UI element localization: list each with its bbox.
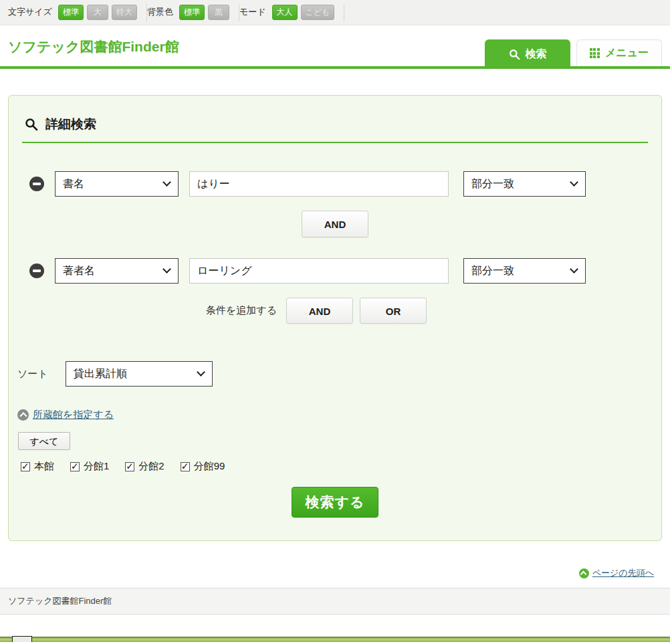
bg-black-button[interactable]: 黒	[208, 5, 229, 19]
page-top-icon	[579, 568, 589, 578]
background-color-label: 背景色	[147, 6, 173, 18]
tab-search[interactable]: 検索	[485, 39, 570, 69]
field-select[interactable]: 著者名	[55, 258, 179, 284]
add-condition-row: 条件を追加する AND OR	[17, 298, 616, 324]
footer: ソフテック図書館Finder館	[0, 588, 670, 615]
page-top-row: ページの先頭へ	[8, 567, 654, 579]
tab-menu[interactable]: メニュー	[576, 39, 662, 66]
condition-row: 著者名 部分一致	[29, 258, 653, 284]
match-type-value: 部分一致	[471, 264, 514, 278]
sort-select-value: 貸出累計順	[74, 367, 127, 381]
search-icon	[509, 49, 520, 60]
mode-group: モード 大人 こども	[239, 5, 344, 19]
and-connector-button[interactable]: AND	[302, 211, 368, 237]
main-content: 詳細検索 書名 部分一致 AND 著者名 部分一致	[0, 69, 670, 579]
panel-title: 詳細検索	[45, 116, 96, 133]
sort-row: ソート 貸出累計順	[17, 361, 653, 387]
font-size-large-button[interactable]: 大	[87, 5, 108, 19]
library-checkbox-label: 分館99	[194, 460, 225, 473]
library-checkbox-item: 分館99	[181, 460, 225, 473]
font-size-xlarge-button[interactable]: 特大	[112, 5, 137, 19]
sort-label: ソート	[17, 368, 48, 381]
tab-menu-label: メニュー	[605, 46, 649, 60]
library-checkbox[interactable]	[125, 462, 134, 471]
chevron-down-icon	[162, 178, 171, 187]
footer-site-name: ソフテック図書館Finder館	[8, 595, 112, 607]
font-size-standard-button[interactable]: 標準	[58, 5, 84, 19]
accessibility-bar: 文字サイズ 標準 大 特大 背景色 標準 黒 モード 大人 こども	[0, 0, 670, 25]
search-icon	[25, 118, 38, 131]
add-or-button[interactable]: OR	[360, 298, 427, 324]
library-checkbox[interactable]	[21, 462, 30, 471]
field-select[interactable]: 書名	[55, 171, 179, 197]
match-type-select[interactable]: 部分一致	[463, 258, 586, 284]
chevron-down-icon	[162, 265, 171, 274]
remove-condition-icon[interactable]	[29, 177, 44, 191]
collapse-icon	[17, 409, 29, 421]
taskbar-edge	[0, 637, 670, 642]
condition-row: 書名 部分一致	[29, 171, 653, 197]
chevron-down-icon	[197, 368, 205, 377]
header-accent-line	[0, 66, 670, 69]
panel-title-row: 詳細検索	[22, 110, 648, 143]
add-condition-label: 条件を追加する	[206, 304, 277, 317]
library-checkbox[interactable]	[70, 462, 80, 471]
library-checkbox-row: 本館 分館1 分館2 分館99	[21, 460, 653, 473]
chevron-down-icon	[570, 178, 578, 187]
library-checkbox-item: 分館2	[125, 460, 164, 473]
library-checkbox-label: 本館	[34, 460, 54, 473]
field-select-value: 書名	[63, 177, 84, 191]
library-checkbox-item: 本館	[21, 460, 54, 473]
advanced-search-panel: 詳細検索 書名 部分一致 AND 著者名 部分一致	[8, 95, 662, 541]
chevron-down-icon	[570, 265, 578, 274]
site-title[interactable]: ソフテック図書館Finder館	[8, 37, 179, 56]
select-all-libraries-button[interactable]: すべて	[18, 432, 70, 450]
background-color-group: 背景色 標準 黒	[147, 5, 239, 19]
library-checkbox[interactable]	[181, 462, 190, 471]
match-type-value: 部分一致	[471, 177, 514, 191]
mode-label: モード	[239, 6, 266, 18]
font-size-group: 文字サイズ 標準 大 特大	[8, 5, 146, 19]
divider	[344, 4, 344, 21]
mode-adult-button[interactable]: 大人	[272, 5, 298, 19]
library-checkbox-label: 分館1	[84, 460, 109, 473]
keyword-input[interactable]	[189, 258, 449, 284]
menu-grid-icon	[590, 48, 600, 58]
header-tabs: 検索 メニュー	[485, 39, 662, 69]
font-size-label: 文字サイズ	[8, 6, 52, 18]
page-top-link[interactable]: ページの先頭へ	[592, 567, 654, 579]
sort-select[interactable]: 貸出累計順	[66, 361, 213, 387]
add-and-button[interactable]: AND	[286, 298, 353, 324]
mode-child-button[interactable]: こども	[301, 5, 335, 19]
site-header: ソフテック図書館Finder館 検索 メニュー	[0, 25, 670, 69]
match-type-select[interactable]: 部分一致	[463, 171, 586, 197]
field-select-value: 著者名	[63, 264, 95, 278]
library-checkbox-label: 分館2	[138, 460, 164, 473]
holding-library-toggle[interactable]: 所蔵館を指定する	[17, 409, 653, 421]
keyword-input[interactable]	[189, 171, 449, 197]
bg-standard-button[interactable]: 標準	[179, 5, 205, 19]
holding-library-toggle-link[interactable]: 所蔵館を指定する	[33, 409, 114, 421]
start-button-edge	[12, 636, 32, 642]
search-submit-button[interactable]: 検索する	[292, 487, 378, 518]
remove-condition-icon[interactable]	[29, 263, 44, 278]
tab-search-label: 検索	[526, 47, 547, 62]
library-checkbox-item: 分館1	[70, 460, 109, 473]
